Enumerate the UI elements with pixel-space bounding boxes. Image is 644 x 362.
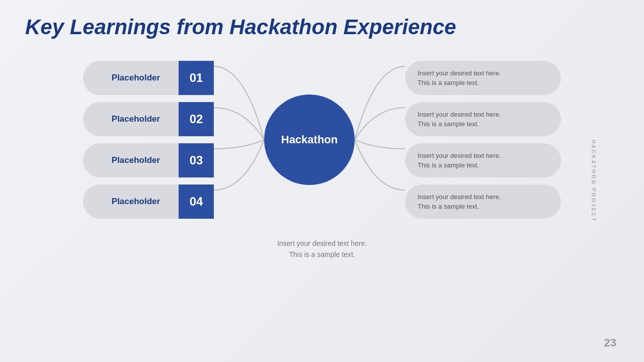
left-number-4: 04: [179, 185, 214, 219]
list-item: Insert your desired text here. This is a…: [405, 61, 561, 95]
list-item: Placeholder 01: [83, 61, 214, 95]
diagram-inner: Placeholder 01 Placeholder 02 Placeholde…: [25, 49, 619, 230]
left-number-2: 02: [179, 102, 214, 136]
list-item: Insert your desired text here. This is a…: [405, 102, 561, 136]
diagram-wrapper: Placeholder 01 Placeholder 02 Placeholde…: [25, 49, 619, 260]
center-circle: Hackathon: [264, 95, 355, 185]
list-item: Placeholder 04: [83, 185, 214, 219]
left-label-2: Placeholder: [83, 102, 179, 136]
center-label: Hackathon: [281, 133, 338, 146]
slide-title: Key Learnings from Hackathon Experience: [25, 15, 619, 39]
right-connector-svg: [355, 49, 405, 230]
list-item: Placeholder 02: [83, 102, 214, 136]
slide: Key Learnings from Hackathon Experience …: [0, 0, 644, 362]
left-connector-svg: [214, 49, 264, 230]
left-items: Placeholder 01 Placeholder 02 Placeholde…: [83, 61, 214, 219]
right-text-1: Insert your desired text here. This is a…: [418, 68, 548, 88]
bottom-text: Insert your desired text here. This is a…: [277, 238, 367, 260]
bottom-text-line2: This is a sample text.: [289, 250, 355, 258]
left-number-3: 03: [179, 143, 214, 177]
list-item: Placeholder 03: [83, 143, 214, 177]
side-text: HACKATHON PROJECT: [591, 140, 596, 223]
left-connector: [214, 49, 264, 230]
right-items: Insert your desired text here. This is a…: [405, 61, 561, 219]
left-label-4: Placeholder: [83, 185, 179, 219]
list-item: Insert your desired text here. This is a…: [405, 185, 561, 219]
left-number-1: 01: [179, 61, 214, 95]
left-label-1: Placeholder: [83, 61, 179, 95]
right-text-4: Insert your desired text here. This is a…: [418, 192, 548, 212]
page-number: 23: [604, 336, 616, 349]
bottom-text-line1: Insert your desired text here.: [277, 239, 367, 247]
left-label-3: Placeholder: [83, 143, 179, 177]
right-text-3: Insert your desired text here. This is a…: [418, 151, 548, 170]
list-item: Insert your desired text here. This is a…: [405, 143, 561, 177]
right-connector: [355, 49, 405, 230]
right-text-2: Insert your desired text here. This is a…: [418, 110, 548, 129]
